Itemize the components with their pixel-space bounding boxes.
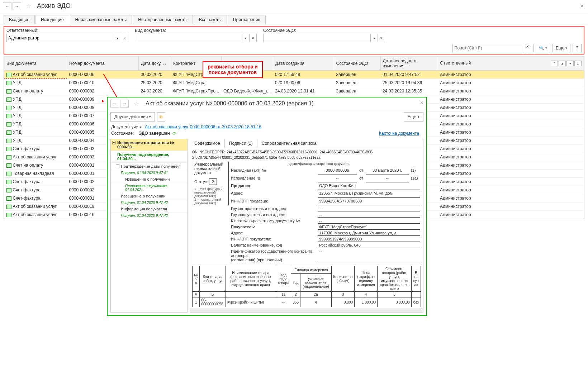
detail-more-button[interactable]: Еще ▾ [404,112,423,121]
tree-receipt-confirm[interactable]: −Подтверждение даты получения [111,163,187,170]
content-tab-cover-note[interactable]: Сопроводительная записка [257,139,321,148]
horizontal-scrollbar[interactable] [190,309,423,312]
document-icon [6,147,11,151]
table-header-row: Вид документа Номер документа Дата доку.… [4,57,584,71]
status-box: 2 [209,178,217,185]
edostate-label: Состояние ЭДО: [263,28,385,33]
help-button[interactable]: ? [573,44,582,52]
detail-forward-button[interactable]: → [120,100,129,108]
item-row: 1 00-00000000058 Курсы кройки и шитья --… [193,297,421,307]
responsible-label: Ответственный: [6,28,128,33]
state-value: ЭДО завершен [139,131,170,136]
edostate-input[interactable] [263,34,371,42]
more-button[interactable]: Еще ▾ [553,44,570,52]
tree-notice-2[interactable]: Извещение о получении [111,192,187,200]
content-tab-signatures[interactable]: Подписи (2) [225,139,257,148]
table-row[interactable]: Счет на оплату0000-00000224.03.2020ФГУП … [4,87,584,95]
page-title: Архив ЭДО [37,2,71,10]
items-table: № п/п Код товара/ работ, услуг Наименова… [192,266,421,307]
scroll-up-icon[interactable]: ▴ [559,61,566,66]
col-responsible[interactable]: Ответственный ⤒ ▴ ▾ ⤓ [438,57,584,71]
favorite-icon[interactable]: ☆ [24,2,33,10]
document-icon [6,155,11,159]
tree-date-2: Отправлен получателю, 01.04.202... [111,183,187,192]
scroll-down-icon[interactable]: ▾ [566,61,574,66]
scroll-bottom-icon[interactable]: ⤓ [574,61,582,66]
content-tab-contents[interactable]: Содержимое [190,139,225,148]
table-row[interactable]: УПД0000-00001025.03.2020ФГУП "МедСтра020… [4,79,584,87]
detail-back-button[interactable]: ← [110,100,119,108]
doctype-label: Вид документа: [135,28,257,33]
document-icon [6,89,11,94]
search-input[interactable] [452,44,524,52]
detail-favorite-icon[interactable]: ☆ [132,100,141,108]
tab-outgoing[interactable]: Исходящие [35,15,69,24]
document-icon [6,180,11,184]
col-created[interactable]: Дата создания [273,57,334,71]
scroll-top-icon[interactable]: ⤒ [551,61,558,66]
structure-icon[interactable]: ⧉ [157,112,165,121]
tab-unpacked[interactable]: Нераспакованные пакеты [70,15,132,24]
document-icon [6,81,11,85]
forward-button[interactable]: → [13,2,21,10]
document-icon [6,97,11,102]
detail-title: Акт об оказании услуг № 0000-000006 от 3… [146,100,314,107]
detail-window: ← → ☆ Акт об оказании услуг № 0000-00000… [107,97,427,316]
document-icon [6,205,11,209]
document-icon [6,163,11,168]
document-icon [6,114,11,118]
tab-all[interactable]: Все пакеты [194,15,227,24]
close-icon[interactable]: × [580,3,584,9]
responsible-clear-icon[interactable]: × [121,34,128,42]
document-icon [6,196,11,201]
tree-date-4: Получен, 01.04.2020 9:47:42 [111,213,187,218]
document-card-link[interactable]: Карточка документа [379,131,423,136]
sort-desc-icon: ↓ [165,62,167,66]
table-row[interactable]: Акт об оказании услуг0000-00000630.03.20… [4,71,584,79]
document-icon [6,172,11,176]
edostate-clear-icon[interactable]: × [378,34,385,42]
edoc-id-1: ON_NSCHFDOPPR_2AL-A5022ABE-BAF5-45B9-950… [192,150,421,154]
doctype-input[interactable] [135,34,242,42]
tree-date-3: Получен, 01.04.2020 9:47:42 [111,200,187,205]
tab-unsent[interactable]: Неотправленные пакеты [133,15,193,24]
edostate-dropdown-icon[interactable]: ▾ [371,34,378,42]
col-date[interactable]: Дата доку...↓ [139,57,171,71]
back-button[interactable]: ← [3,2,11,10]
state-label: Состояние: [111,131,134,136]
refresh-icon[interactable]: ⟳ [172,131,176,136]
search-clear-icon[interactable]: × [526,44,534,52]
document-icon [6,139,11,143]
col-docnum[interactable]: Номер документа [67,57,139,71]
document-icon [6,73,11,77]
detail-close-icon[interactable]: × [420,100,423,106]
col-edostate[interactable]: Состояние ЭДО [334,57,380,71]
document-icon [6,188,11,192]
doctype-dropdown-icon[interactable]: ▾ [242,34,250,42]
tab-invitations[interactable]: Приглашения [228,15,266,24]
tree-recipient-info[interactable]: Информация получателя [111,205,187,213]
document-icon [6,130,11,135]
status-tree: −Информация отправителя № 0000-00... Пол… [110,139,188,313]
doc-record-link[interactable]: Акт об оказании услуг 0000-000006 от 30.… [145,124,261,129]
tree-date-1: Получен, 01.04.2020 9:47:41 [111,170,187,176]
filter-panel: Ответственный: ▾ × Вид документа: ▾ × Со… [4,26,584,54]
document-icon [6,106,11,110]
other-actions-button[interactable]: Другие действия ▾ [110,112,155,121]
top-toolbar: ← → ☆ Архив ЭДО × [0,0,588,12]
search-menu-button[interactable]: 🔍▾ [536,44,550,52]
col-doctype[interactable]: Вид документа [4,57,67,71]
tree-sender-info[interactable]: −Информация отправителя № 0000-00... [111,139,187,151]
col-modified[interactable]: Дата последнего изменения [380,57,438,71]
annotation-callout: реквизиты отбора и поиска документов [203,61,263,78]
magnifier-icon: 🔍 [539,46,544,51]
main-tabs: Входящие Исходящие Нераспакованные пакет… [0,15,588,24]
doctype-clear-icon[interactable]: × [250,34,257,42]
tree-notice-1[interactable]: Извещение о получении [111,176,187,183]
document-icon [6,213,11,217]
tab-incoming[interactable]: Входящие [4,15,35,24]
document-icon [6,122,11,127]
responsible-dropdown-icon[interactable]: ▾ [114,34,121,42]
responsible-input[interactable] [6,34,114,42]
tree-confirmed[interactable]: Получено подтверждение, 01.04.20... [111,151,187,163]
